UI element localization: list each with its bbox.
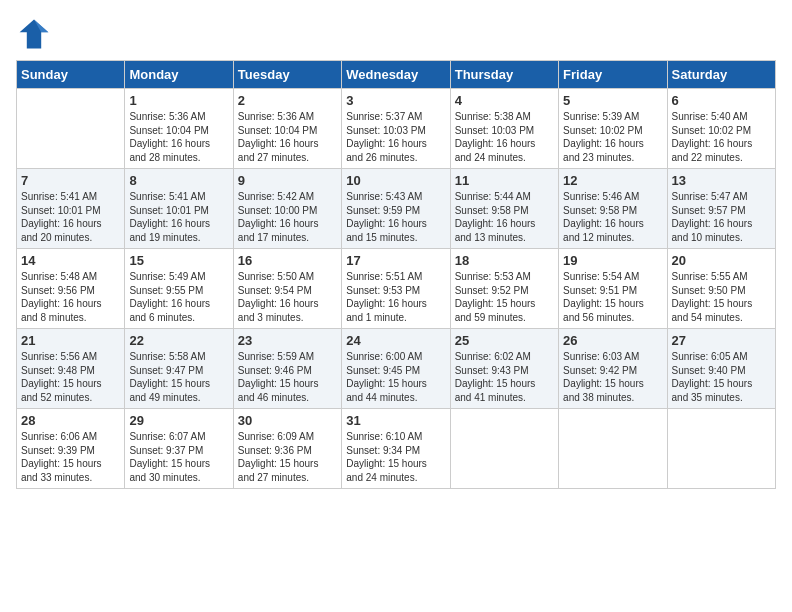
calendar-day-cell: 29Sunrise: 6:07 AM Sunset: 9:37 PM Dayli… xyxy=(125,409,233,489)
day-info: Sunrise: 5:39 AM Sunset: 10:02 PM Daylig… xyxy=(563,110,662,164)
weekday-header-row: SundayMondayTuesdayWednesdayThursdayFrid… xyxy=(17,61,776,89)
day-number: 31 xyxy=(346,413,445,428)
calendar-day-cell: 8Sunrise: 5:41 AM Sunset: 10:01 PM Dayli… xyxy=(125,169,233,249)
day-number: 25 xyxy=(455,333,554,348)
empty-cell xyxy=(667,409,775,489)
day-number: 11 xyxy=(455,173,554,188)
calendar-day-cell: 27Sunrise: 6:05 AM Sunset: 9:40 PM Dayli… xyxy=(667,329,775,409)
day-number: 3 xyxy=(346,93,445,108)
calendar-day-cell: 14Sunrise: 5:48 AM Sunset: 9:56 PM Dayli… xyxy=(17,249,125,329)
day-info: Sunrise: 6:06 AM Sunset: 9:39 PM Dayligh… xyxy=(21,430,120,484)
day-info: Sunrise: 5:36 AM Sunset: 10:04 PM Daylig… xyxy=(238,110,337,164)
calendar-table: SundayMondayTuesdayWednesdayThursdayFrid… xyxy=(16,60,776,489)
calendar-day-cell: 26Sunrise: 6:03 AM Sunset: 9:42 PM Dayli… xyxy=(559,329,667,409)
day-info: Sunrise: 5:44 AM Sunset: 9:58 PM Dayligh… xyxy=(455,190,554,244)
calendar-week-row: 14Sunrise: 5:48 AM Sunset: 9:56 PM Dayli… xyxy=(17,249,776,329)
calendar-day-cell: 15Sunrise: 5:49 AM Sunset: 9:55 PM Dayli… xyxy=(125,249,233,329)
day-info: Sunrise: 5:55 AM Sunset: 9:50 PM Dayligh… xyxy=(672,270,771,324)
calendar-day-cell: 6Sunrise: 5:40 AM Sunset: 10:02 PM Dayli… xyxy=(667,89,775,169)
calendar-day-cell: 2Sunrise: 5:36 AM Sunset: 10:04 PM Dayli… xyxy=(233,89,341,169)
calendar-day-cell: 24Sunrise: 6:00 AM Sunset: 9:45 PM Dayli… xyxy=(342,329,450,409)
day-info: Sunrise: 6:07 AM Sunset: 9:37 PM Dayligh… xyxy=(129,430,228,484)
day-info: Sunrise: 5:37 AM Sunset: 10:03 PM Daylig… xyxy=(346,110,445,164)
day-number: 7 xyxy=(21,173,120,188)
calendar-day-cell: 28Sunrise: 6:06 AM Sunset: 9:39 PM Dayli… xyxy=(17,409,125,489)
day-info: Sunrise: 5:59 AM Sunset: 9:46 PM Dayligh… xyxy=(238,350,337,404)
day-number: 13 xyxy=(672,173,771,188)
day-info: Sunrise: 6:02 AM Sunset: 9:43 PM Dayligh… xyxy=(455,350,554,404)
day-info: Sunrise: 6:10 AM Sunset: 9:34 PM Dayligh… xyxy=(346,430,445,484)
logo-icon xyxy=(16,16,52,52)
calendar-day-cell: 17Sunrise: 5:51 AM Sunset: 9:53 PM Dayli… xyxy=(342,249,450,329)
weekday-header-monday: Monday xyxy=(125,61,233,89)
day-number: 9 xyxy=(238,173,337,188)
day-number: 5 xyxy=(563,93,662,108)
day-info: Sunrise: 6:00 AM Sunset: 9:45 PM Dayligh… xyxy=(346,350,445,404)
day-number: 10 xyxy=(346,173,445,188)
calendar-day-cell: 3Sunrise: 5:37 AM Sunset: 10:03 PM Dayli… xyxy=(342,89,450,169)
calendar-day-cell: 9Sunrise: 5:42 AM Sunset: 10:00 PM Dayli… xyxy=(233,169,341,249)
day-number: 27 xyxy=(672,333,771,348)
weekday-header-friday: Friday xyxy=(559,61,667,89)
calendar-day-cell: 10Sunrise: 5:43 AM Sunset: 9:59 PM Dayli… xyxy=(342,169,450,249)
calendar-week-row: 1Sunrise: 5:36 AM Sunset: 10:04 PM Dayli… xyxy=(17,89,776,169)
calendar-day-cell: 1Sunrise: 5:36 AM Sunset: 10:04 PM Dayli… xyxy=(125,89,233,169)
day-number: 2 xyxy=(238,93,337,108)
calendar-week-row: 28Sunrise: 6:06 AM Sunset: 9:39 PM Dayli… xyxy=(17,409,776,489)
calendar-week-row: 7Sunrise: 5:41 AM Sunset: 10:01 PM Dayli… xyxy=(17,169,776,249)
day-info: Sunrise: 5:50 AM Sunset: 9:54 PM Dayligh… xyxy=(238,270,337,324)
empty-cell xyxy=(17,89,125,169)
day-number: 18 xyxy=(455,253,554,268)
calendar-day-cell: 11Sunrise: 5:44 AM Sunset: 9:58 PM Dayli… xyxy=(450,169,558,249)
calendar-day-cell: 19Sunrise: 5:54 AM Sunset: 9:51 PM Dayli… xyxy=(559,249,667,329)
day-info: Sunrise: 5:56 AM Sunset: 9:48 PM Dayligh… xyxy=(21,350,120,404)
day-number: 26 xyxy=(563,333,662,348)
empty-cell xyxy=(450,409,558,489)
day-info: Sunrise: 5:41 AM Sunset: 10:01 PM Daylig… xyxy=(21,190,120,244)
weekday-header-saturday: Saturday xyxy=(667,61,775,89)
day-info: Sunrise: 5:46 AM Sunset: 9:58 PM Dayligh… xyxy=(563,190,662,244)
weekday-header-sunday: Sunday xyxy=(17,61,125,89)
day-number: 1 xyxy=(129,93,228,108)
calendar-day-cell: 31Sunrise: 6:10 AM Sunset: 9:34 PM Dayli… xyxy=(342,409,450,489)
empty-cell xyxy=(559,409,667,489)
weekday-header-wednesday: Wednesday xyxy=(342,61,450,89)
day-number: 6 xyxy=(672,93,771,108)
weekday-header-thursday: Thursday xyxy=(450,61,558,89)
day-info: Sunrise: 6:03 AM Sunset: 9:42 PM Dayligh… xyxy=(563,350,662,404)
weekday-header-tuesday: Tuesday xyxy=(233,61,341,89)
day-info: Sunrise: 5:43 AM Sunset: 9:59 PM Dayligh… xyxy=(346,190,445,244)
day-info: Sunrise: 5:51 AM Sunset: 9:53 PM Dayligh… xyxy=(346,270,445,324)
day-info: Sunrise: 5:36 AM Sunset: 10:04 PM Daylig… xyxy=(129,110,228,164)
day-info: Sunrise: 5:38 AM Sunset: 10:03 PM Daylig… xyxy=(455,110,554,164)
calendar-day-cell: 13Sunrise: 5:47 AM Sunset: 9:57 PM Dayli… xyxy=(667,169,775,249)
day-number: 16 xyxy=(238,253,337,268)
calendar-day-cell: 7Sunrise: 5:41 AM Sunset: 10:01 PM Dayli… xyxy=(17,169,125,249)
page-header xyxy=(16,16,776,52)
day-number: 24 xyxy=(346,333,445,348)
day-number: 19 xyxy=(563,253,662,268)
day-number: 23 xyxy=(238,333,337,348)
logo xyxy=(16,16,56,52)
day-number: 28 xyxy=(21,413,120,428)
calendar-day-cell: 12Sunrise: 5:46 AM Sunset: 9:58 PM Dayli… xyxy=(559,169,667,249)
day-info: Sunrise: 5:58 AM Sunset: 9:47 PM Dayligh… xyxy=(129,350,228,404)
svg-marker-0 xyxy=(20,20,49,49)
day-number: 12 xyxy=(563,173,662,188)
calendar-day-cell: 23Sunrise: 5:59 AM Sunset: 9:46 PM Dayli… xyxy=(233,329,341,409)
calendar-day-cell: 22Sunrise: 5:58 AM Sunset: 9:47 PM Dayli… xyxy=(125,329,233,409)
calendar-week-row: 21Sunrise: 5:56 AM Sunset: 9:48 PM Dayli… xyxy=(17,329,776,409)
calendar-day-cell: 21Sunrise: 5:56 AM Sunset: 9:48 PM Dayli… xyxy=(17,329,125,409)
calendar-day-cell: 30Sunrise: 6:09 AM Sunset: 9:36 PM Dayli… xyxy=(233,409,341,489)
calendar-day-cell: 18Sunrise: 5:53 AM Sunset: 9:52 PM Dayli… xyxy=(450,249,558,329)
day-number: 29 xyxy=(129,413,228,428)
day-info: Sunrise: 5:40 AM Sunset: 10:02 PM Daylig… xyxy=(672,110,771,164)
calendar-day-cell: 16Sunrise: 5:50 AM Sunset: 9:54 PM Dayli… xyxy=(233,249,341,329)
calendar-day-cell: 20Sunrise: 5:55 AM Sunset: 9:50 PM Dayli… xyxy=(667,249,775,329)
day-info: Sunrise: 5:41 AM Sunset: 10:01 PM Daylig… xyxy=(129,190,228,244)
day-number: 22 xyxy=(129,333,228,348)
calendar-day-cell: 5Sunrise: 5:39 AM Sunset: 10:02 PM Dayli… xyxy=(559,89,667,169)
day-number: 15 xyxy=(129,253,228,268)
day-info: Sunrise: 5:48 AM Sunset: 9:56 PM Dayligh… xyxy=(21,270,120,324)
day-number: 17 xyxy=(346,253,445,268)
